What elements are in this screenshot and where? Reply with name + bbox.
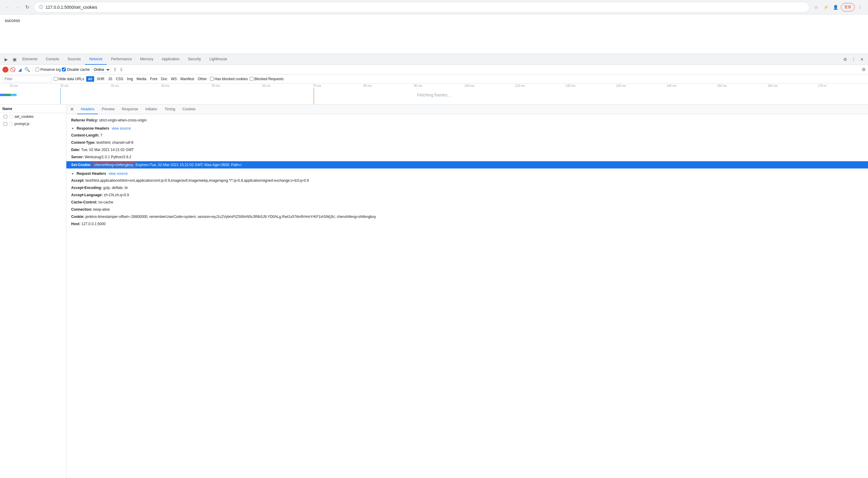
timeline-area: 10 ms 20 ms 30 ms 40 ms 50 ms 60 ms 70 m… — [0, 83, 868, 105]
tab-elements[interactable]: Elements — [18, 54, 42, 65]
address-bar[interactable]: ⓘ 127.0.0.1:5000/set_cookies — [34, 2, 809, 13]
set-cookie-value: chenshifeng=shifengboy; Expires=Tue, 02-… — [93, 162, 242, 168]
upload-icon: ⇧ — [113, 67, 117, 72]
has-blocked-cookies-checkbox[interactable] — [210, 77, 214, 81]
filter-xhr-btn[interactable]: XHR — [96, 77, 105, 81]
forward-button[interactable]: → — [13, 3, 22, 11]
set-cookie-highlighted-value: chenshifeng=shifengboy; — [93, 162, 136, 168]
cookie-row: Cookie: jenkins-timestamper-offset=-2880… — [71, 213, 863, 220]
inspect-element-button[interactable]: ▶ — [2, 56, 10, 63]
tl-label-30ms: 30 ms — [110, 84, 161, 88]
tab-security[interactable]: Security — [184, 54, 205, 65]
filter-media-btn[interactable]: Media — [135, 77, 148, 81]
tab-memory[interactable]: Memory — [136, 54, 157, 65]
connection-name: Connection: — [71, 207, 92, 212]
tab-console[interactable]: Console — [42, 54, 63, 65]
hide-data-urls-checkbox[interactable] — [54, 77, 58, 81]
filter-img-btn[interactable]: Img — [126, 77, 134, 81]
devtools-tab-area: Elements Console Sources Network Perform… — [18, 54, 841, 65]
menu-button[interactable]: ⋮ — [856, 3, 864, 11]
search-button[interactable]: 🔍 — [24, 67, 30, 73]
tl-label-10ms: 10 ms — [9, 84, 60, 88]
request-headers-section[interactable]: Request Headers view source — [71, 169, 863, 177]
device-toggle-button[interactable]: ▣ — [11, 56, 18, 63]
filter-ws-btn[interactable]: WS — [170, 77, 178, 81]
cache-control-name: Cache-Control: — [71, 200, 97, 204]
filter-manifest-btn[interactable]: Manifest — [179, 77, 195, 81]
set-cookie-row[interactable]: Set-Cookie: chenshifeng=shifengboy; Expi… — [66, 161, 868, 168]
file-checkbox-set-cookies[interactable] — [4, 115, 7, 118]
filter-font-btn[interactable]: Font — [149, 77, 159, 81]
preserve-log-label[interactable]: Preserve log — [35, 68, 61, 72]
file-list-item-set-cookies[interactable]: set_cookies — [0, 113, 66, 120]
detail-close-button[interactable]: ✕ — [69, 106, 75, 112]
tab-sources[interactable]: Sources — [63, 54, 85, 65]
detail-tab-initiator[interactable]: Initiator — [142, 105, 161, 114]
response-headers-title: Response Headers — [76, 126, 109, 131]
blocked-requests-checkbox[interactable] — [250, 77, 254, 81]
filter-css-btn[interactable]: CSS — [115, 77, 125, 81]
accept-row: Accept: text/html,application/xhtml+xml,… — [71, 177, 863, 184]
response-headers-section[interactable]: Response Headers view source — [71, 124, 863, 132]
preserve-log-checkbox[interactable] — [35, 68, 39, 71]
update-button[interactable]: 更新 — [841, 3, 855, 11]
has-blocked-cookies-label[interactable]: Has blocked cookies — [210, 77, 248, 81]
file-list-panel: Name set_cookies prompt.js — [0, 105, 66, 478]
connection-row: Connection: keep-alive — [71, 206, 863, 213]
tl-label-100ms: 100 ms — [464, 84, 515, 88]
filter-button[interactable]: ◢ — [17, 67, 23, 73]
reload-button[interactable]: ↻ — [23, 3, 31, 11]
filter-js-btn[interactable]: JS — [107, 77, 114, 81]
accept-encoding-value: gzip, deflate, br — [103, 186, 128, 190]
tab-application[interactable]: Application — [157, 54, 184, 65]
date-value: Tue, 02 Mar 2021 14:21:02 GMT — [81, 148, 134, 152]
tab-performance[interactable]: Performance — [107, 54, 136, 65]
referrer-policy-name: Referrer Policy: — [71, 118, 98, 123]
tl-label-50ms: 50 ms — [211, 84, 262, 88]
clear-button[interactable]: 🚫 — [10, 67, 16, 73]
filter-input[interactable] — [4, 77, 50, 81]
detail-tab-headers[interactable]: Headers — [77, 105, 98, 114]
detail-tab-cookies[interactable]: Cookies — [179, 105, 199, 114]
main-content: Name set_cookies prompt.js ✕ Headers Pre… — [0, 105, 868, 478]
filter-bar: Hide data URLs All XHR JS CSS Img Media … — [0, 74, 868, 83]
more-options-icon[interactable]: ⋮ — [850, 56, 857, 63]
request-headers-view-source[interactable]: view source — [108, 171, 128, 176]
back-button[interactable]: ← — [4, 3, 12, 11]
file-list-item-promptjs[interactable]: prompt.js — [0, 120, 66, 128]
cookie-value: jenkins-timestamper-offset=-28800000; re… — [85, 214, 376, 219]
response-headers-view-source[interactable]: view source — [112, 126, 131, 131]
throttle-select[interactable]: Online — [91, 67, 111, 73]
disable-cache-label[interactable]: Disable cache — [62, 68, 90, 72]
settings-icon[interactable]: ⚙ — [841, 56, 849, 63]
filter-other-btn[interactable]: Other — [197, 77, 208, 81]
record-button[interactable] — [2, 67, 8, 73]
extensions-button[interactable]: ⚡ — [822, 3, 830, 11]
tl-label-160ms: 160 ms — [767, 84, 818, 88]
page-success-text: success — [5, 18, 20, 23]
filter-doc-btn[interactable]: Doc — [160, 77, 168, 81]
bookmark-button[interactable]: ☆ — [812, 3, 820, 11]
detail-tab-response[interactable]: Response — [118, 105, 142, 114]
request-headers-title: Request Headers — [76, 171, 106, 176]
devtools-panel: ▶ ▣ Elements Console Sources Network Per… — [0, 54, 868, 478]
timeline-bar-blue — [0, 94, 6, 96]
detail-tab-timing[interactable]: Timing — [161, 105, 179, 114]
blocked-requests-label[interactable]: Blocked Requests — [250, 77, 284, 81]
connection-value: keep-alive — [93, 207, 110, 212]
tab-network[interactable]: Network — [85, 54, 107, 65]
detail-tab-preview[interactable]: Preview — [98, 105, 118, 114]
disable-cache-checkbox[interactable] — [62, 68, 66, 71]
file-checkbox-promptjs[interactable] — [4, 122, 7, 126]
hide-data-urls-label[interactable]: Hide data URLs — [54, 77, 84, 81]
toolbar-separator — [33, 67, 33, 72]
filter-all-btn[interactable]: All — [86, 76, 94, 82]
accept-encoding-name: Accept-Encoding: — [71, 186, 102, 190]
server-name: Server: — [71, 155, 84, 159]
tab-lighthouse[interactable]: Lighthouse — [205, 54, 231, 65]
tl-label-150ms: 150 ms — [716, 84, 767, 88]
network-settings-icon[interactable]: ⚙ — [862, 67, 866, 72]
timeline-bar-green — [6, 94, 10, 96]
profile-button[interactable]: 👤 — [831, 3, 840, 11]
close-devtools-button[interactable]: ✕ — [858, 56, 866, 63]
